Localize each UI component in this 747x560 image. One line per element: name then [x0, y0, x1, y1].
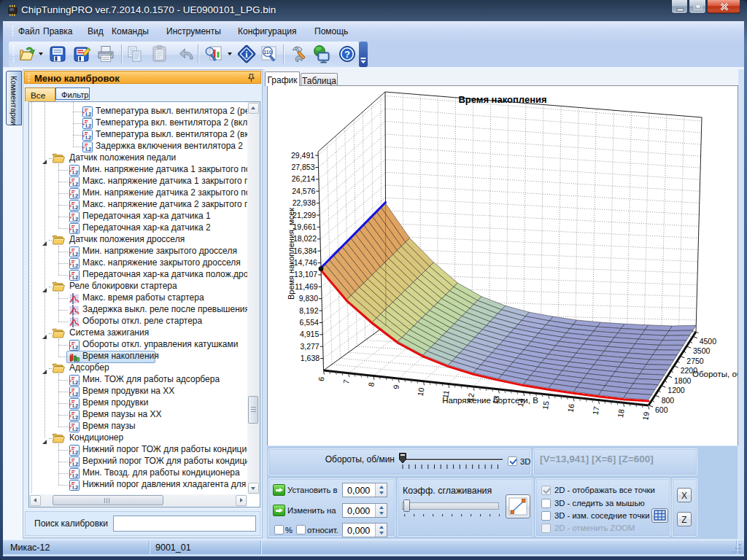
svg-text:9,830: 9,830	[299, 294, 318, 303]
svg-text:I.2: I.2	[85, 122, 91, 129]
svg-text:I.2: I.2	[72, 216, 78, 222]
svg-text:I.2: I.2	[72, 449, 78, 456]
svg-text:I.2: I.2	[85, 146, 91, 152]
svg-text:24,576: 24,576	[292, 187, 315, 195]
svg-text:Время накопления: Время накопления	[458, 94, 546, 105]
svg-text:21,299: 21,299	[293, 211, 316, 219]
svg-text:I.2: I.2	[72, 472, 78, 479]
svg-text:27,853: 27,853	[291, 163, 314, 171]
svg-text:11,469: 11,469	[295, 282, 317, 291]
svg-text:I.2: I.2	[72, 426, 78, 432]
svg-text:I.2: I.2	[72, 192, 78, 199]
svg-text:26,214: 26,214	[292, 174, 315, 183]
svg-text:18: 18	[616, 408, 626, 419]
svg-text:800: 800	[662, 396, 675, 405]
svg-text:3,277: 3,277	[300, 342, 319, 351]
svg-text:I.2: I.2	[72, 169, 78, 176]
svg-text:1,638: 1,638	[301, 354, 320, 362]
svg-text:I.2: I.2	[72, 484, 78, 491]
svg-text:I.2: I.2	[72, 461, 78, 467]
svg-text:17: 17	[591, 405, 601, 416]
svg-text:I.2: I.2	[72, 251, 78, 257]
svg-text:I.2: I.2	[85, 111, 91, 117]
svg-text:600: 600	[655, 405, 668, 414]
svg-text:I.2: I.2	[72, 391, 78, 397]
svg-text:I.2: I.2	[72, 379, 78, 386]
svg-text:110: 110	[263, 50, 271, 55]
svg-text:I.2: I.2	[72, 228, 78, 234]
svg-text:Обороты, об: Обороты, об	[692, 370, 738, 378]
svg-text:10: 10	[416, 386, 426, 397]
svg-text:I.2: I.2	[72, 262, 78, 269]
svg-text:16: 16	[565, 403, 576, 413]
svg-text:16,384: 16,384	[293, 246, 317, 255]
svg-text:Время накопления, мсек: Время накопления, мсек	[287, 208, 295, 300]
svg-text:1800: 1800	[674, 376, 692, 385]
svg-text:Напряжение бортсети, В: Напряжение бортсети, В	[442, 396, 538, 405]
svg-text:19,661: 19,661	[293, 222, 316, 231]
svg-text:13,107: 13,107	[294, 270, 317, 279]
svg-text:I.2: I.2	[72, 204, 78, 211]
svg-text:22,938: 22,938	[293, 198, 316, 207]
svg-text:14,746: 14,746	[294, 258, 317, 267]
svg-text:I.2: I.2	[72, 181, 78, 187]
svg-text:19: 19	[640, 411, 651, 421]
svg-text:?: ?	[344, 49, 350, 60]
svg-text:I.2: I.2	[85, 134, 91, 141]
svg-text:I.2: I.2	[72, 402, 78, 409]
svg-text:15: 15	[541, 400, 551, 411]
svg-text:18,022: 18,022	[293, 234, 317, 243]
svg-text:4500: 4500	[700, 337, 717, 346]
svg-text:2750: 2750	[686, 357, 704, 365]
svg-text:6,554: 6,554	[300, 318, 319, 327]
svg-text:I.2: I.2	[72, 274, 78, 281]
svg-text:3500: 3500	[693, 346, 711, 355]
svg-text:29,491: 29,491	[291, 151, 314, 160]
svg-text:1200: 1200	[667, 386, 685, 394]
svg-text:I.2: I.2	[72, 414, 78, 421]
svg-text:8,192: 8,192	[299, 306, 318, 315]
svg-text:I.2: I.2	[72, 344, 78, 351]
svg-text:4,915: 4,915	[300, 330, 319, 338]
